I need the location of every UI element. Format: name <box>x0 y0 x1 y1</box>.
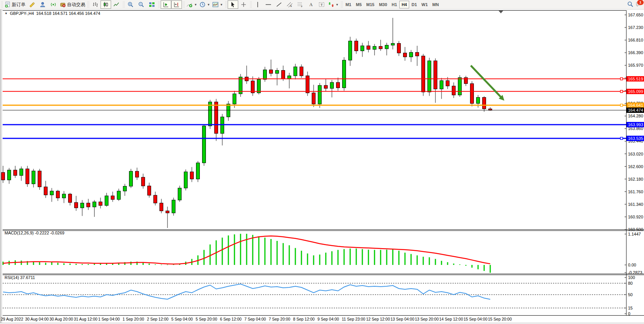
chat-button[interactable]: 1 <box>636 1 642 8</box>
equidistant-channel-button[interactable]: E <box>284 0 295 9</box>
periods-dropdown-icon[interactable]: ▼ <box>207 3 210 6</box>
candlestick-mode-button[interactable] <box>100 0 111 9</box>
bar-chart-mode-button[interactable] <box>90 0 100 9</box>
auto-scroll-icon <box>163 2 169 8</box>
svg-text:13 Sep 04:00: 13 Sep 04:00 <box>391 317 414 321</box>
cursor-button[interactable] <box>228 0 238 9</box>
svg-text:164.641: 164.641 <box>628 103 643 107</box>
fibonacci-icon: F <box>297 2 303 8</box>
vertical-line-button[interactable] <box>252 0 263 9</box>
fibonacci-button[interactable]: F <box>295 0 306 9</box>
svg-text:2 Sep 12:00: 2 Sep 12:00 <box>147 317 169 321</box>
autotrading-icon <box>60 2 66 8</box>
svg-text:163.535: 163.535 <box>628 136 643 141</box>
svg-text:163.993: 163.993 <box>628 122 643 127</box>
line-chart-mode-icon <box>113 2 120 8</box>
timeframe-mn-button[interactable]: MN <box>430 1 441 8</box>
toolbar-grip <box>87 1 89 8</box>
search-icon <box>627 3 633 8</box>
tile-windows-button[interactable] <box>147 0 157 9</box>
svg-text:8 Sep 12:00: 8 Sep 12:00 <box>293 317 315 321</box>
templates-icon <box>212 2 218 8</box>
toolbar-right: 1 <box>627 1 642 8</box>
auto-scroll-button[interactable] <box>161 0 171 9</box>
svg-text:-0.2873: -0.2873 <box>628 270 642 275</box>
zoom-out-icon <box>138 2 144 8</box>
community-button[interactable] <box>37 0 48 9</box>
text-label-icon: T <box>319 2 325 8</box>
ohlc-readout: 164.518 164.571 164.456 164.474 <box>36 11 100 16</box>
toolbar-grip <box>225 1 227 8</box>
zoom-in-icon <box>128 2 134 8</box>
svg-text:165.970: 165.970 <box>628 63 643 67</box>
svg-text:6 Sep 12:00: 6 Sep 12:00 <box>220 317 242 321</box>
toolbar-grip <box>123 1 124 8</box>
price-chart-canvas: 167.650167.230166.810166.390165.970165.5… <box>0 9 644 324</box>
svg-text:9 Sep 04:00: 9 Sep 04:00 <box>317 317 339 321</box>
svg-text:1.1447: 1.1447 <box>628 232 641 236</box>
svg-text:30 Aug 04:00: 30 Aug 04:00 <box>25 317 49 321</box>
line-chart-mode-button[interactable] <box>111 0 122 9</box>
zoom-out-button[interactable] <box>136 0 147 9</box>
svg-text:167.650: 167.650 <box>628 13 643 17</box>
text-label-button[interactable]: T <box>316 0 327 9</box>
timeframe-h1-button[interactable]: H1 <box>389 1 399 8</box>
main-toolbar: 新订单自动交易▼▼▼EFAT▼M1M5M15M30H1H4D1W1MN1 <box>0 0 644 10</box>
chart-styler-icon <box>29 2 35 8</box>
timeframe-m15-button[interactable]: M15 <box>364 1 376 8</box>
indicators-button[interactable]: ▼ <box>185 0 198 9</box>
chart-menu-icon[interactable]: ▼ <box>5 12 8 15</box>
toolbar-grip <box>158 1 160 8</box>
signals-icon <box>50 2 56 8</box>
timeframe-m5-button[interactable]: M5 <box>354 1 364 8</box>
periods-button[interactable]: ▼ <box>198 0 211 9</box>
horizontal-line-icon <box>265 2 271 8</box>
templates-dropdown-icon[interactable]: ▼ <box>220 3 223 6</box>
svg-text:15: 15 <box>628 306 633 310</box>
svg-text:164.474: 164.474 <box>628 108 643 112</box>
svg-text:E: E <box>290 5 292 7</box>
arrows-icon <box>328 2 334 8</box>
chart-shift-button[interactable] <box>171 0 182 9</box>
indicators-dropdown-icon[interactable]: ▼ <box>194 3 197 6</box>
rsi-label: RSI(14) 37.6711 <box>5 275 35 280</box>
crosshair-button[interactable] <box>238 0 249 9</box>
timeframe-d1-button[interactable]: D1 <box>409 1 419 8</box>
timeframe-m30-button[interactable]: M30 <box>377 1 389 8</box>
tile-windows-icon <box>149 2 155 8</box>
indicators-icon <box>187 2 193 8</box>
text-icon: A <box>308 2 314 8</box>
svg-text:0.00: 0.00 <box>628 263 636 267</box>
new-order-button[interactable]: 新订单 <box>3 0 27 9</box>
timeframe-h4-button[interactable]: H4 <box>399 1 409 8</box>
svg-text:5 Sep 20:00: 5 Sep 20:00 <box>196 317 217 321</box>
equidistant-channel-icon: E <box>287 2 293 8</box>
chart-shift-icon <box>174 2 180 8</box>
templates-button[interactable]: ▼ <box>211 0 224 9</box>
svg-text:13 Sep 20:00: 13 Sep 20:00 <box>415 317 439 321</box>
trendline-button[interactable] <box>274 0 284 9</box>
svg-text:15 Sep 20:00: 15 Sep 20:00 <box>488 317 512 321</box>
zoom-in-button[interactable] <box>125 0 136 9</box>
svg-text:161.340: 161.340 <box>628 202 643 207</box>
timeframe-w1-button[interactable]: W1 <box>419 1 430 8</box>
periods-icon <box>199 2 206 8</box>
horizontal-line-button[interactable] <box>263 0 274 9</box>
svg-text:162.600: 162.600 <box>628 164 643 169</box>
chart-area[interactable]: 167.650167.230166.810166.390165.970165.5… <box>0 9 644 324</box>
svg-text:100: 100 <box>628 275 635 280</box>
symbol-period: GBPJPY-,H4 <box>10 11 34 16</box>
chart-styler-button[interactable] <box>27 0 37 9</box>
search-button[interactable] <box>627 1 633 8</box>
autotrading-button[interactable]: 自动交易 <box>59 0 86 9</box>
text-button[interactable]: A <box>306 0 316 9</box>
signals-button[interactable] <box>48 0 59 9</box>
timeframe-m1-button[interactable]: M1 <box>343 1 354 8</box>
arrows-button[interactable]: ▼ <box>327 0 340 9</box>
svg-text:164.280: 164.280 <box>628 114 643 118</box>
arrows-dropdown-icon[interactable]: ▼ <box>336 3 339 6</box>
community-icon <box>40 2 46 8</box>
svg-text:A: A <box>309 2 312 7</box>
svg-text:163.020: 163.020 <box>628 152 643 156</box>
svg-text:5 Sep 04:00: 5 Sep 04:00 <box>171 317 193 321</box>
